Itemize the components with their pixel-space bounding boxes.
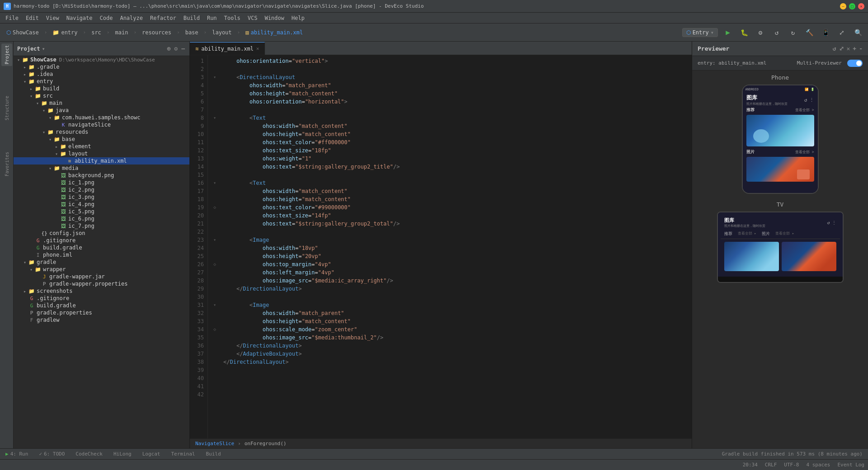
- tree-item-wrapper[interactable]: ▾ 📁 wrapper: [14, 266, 189, 273]
- tree-item-ic3[interactable]: 🖼 ic_3.png: [14, 193, 189, 201]
- favorites-icon[interactable]: Favorites: [1, 150, 12, 178]
- tree-item-media[interactable]: ▾ 📁 media: [14, 164, 189, 172]
- tree-item-main[interactable]: ▾ 📁 main: [14, 99, 189, 107]
- tree-item-layout[interactable]: ▾ 📁 layout: [14, 150, 189, 157]
- menu-item-code[interactable]: Code: [96, 14, 117, 22]
- tree-item-build[interactable]: ▸ 📁 build: [14, 85, 189, 92]
- editor-tab-ability-main[interactable]: ≋ ability_main.xml ✕: [190, 42, 265, 55]
- collapse-icon[interactable]: —: [180, 44, 186, 53]
- tree-item-screenshots[interactable]: ▸ 📁 screenshots: [14, 287, 189, 295]
- tree-item-showcase[interactable]: ▾ 📁 ShowCase D:\workspace\Hamony\HDC\Sho…: [14, 56, 189, 63]
- menu-item-navigate[interactable]: Navigate: [63, 14, 96, 22]
- breadcrumb-layout[interactable]: layout: [209, 28, 234, 37]
- menu-item-window[interactable]: Window: [261, 14, 288, 22]
- tab-run[interactable]: ▶ 4: Run: [0, 450, 33, 458]
- search-button[interactable]: 🔍: [852, 26, 864, 39]
- tree-item-com[interactable]: ▾ 📁 com.huawei.samples.showc: [14, 114, 189, 121]
- tree-item-build-gradle2[interactable]: G build.gradle: [14, 302, 189, 309]
- tree-item-config[interactable]: {} config.json: [14, 230, 189, 237]
- forward-button[interactable]: ↻: [787, 26, 799, 39]
- tree-item-gradle-properties[interactable]: P gradle.properties: [14, 309, 189, 316]
- menu-item-analyze[interactable]: Analyze: [116, 14, 146, 22]
- tree-item-idea[interactable]: ▸ 📁 .idea: [14, 70, 189, 78]
- breadcrumb-src[interactable]: src: [89, 28, 104, 37]
- menu-item-file[interactable]: File: [2, 14, 22, 22]
- tree-item-gradle-folder[interactable]: ▾ 📁 gradle: [14, 258, 189, 266]
- settings-icon[interactable]: ⚙: [173, 44, 179, 53]
- breadcrumb-base[interactable]: base: [183, 28, 201, 37]
- close-prev-icon[interactable]: ✕: [847, 45, 850, 52]
- status-indent[interactable]: 4 spaces: [806, 462, 830, 468]
- tab-terminal[interactable]: Terminal: [165, 450, 200, 458]
- tab-todo[interactable]: ✓ 6: TODO: [33, 450, 70, 458]
- menu-item-run[interactable]: Run: [203, 14, 221, 22]
- tree-item-build-gradle[interactable]: G build.gradle: [14, 244, 189, 251]
- tree-item-gitignore[interactable]: G .gitignore: [14, 237, 189, 244]
- tree-item-ic2[interactable]: 🖼 ic_2.png: [14, 186, 189, 193]
- breadcrumb-main[interactable]: main: [112, 28, 131, 37]
- close-button[interactable]: ✕: [858, 3, 864, 9]
- tree-item-navigateslice[interactable]: K navigateSlice: [14, 121, 189, 128]
- breadcrumb-file[interactable]: ▤ ability_main.xml: [243, 28, 306, 37]
- tab-hilong[interactable]: HiLong: [108, 450, 137, 458]
- menu-item-build[interactable]: Build: [180, 14, 203, 22]
- tree-item-ic6[interactable]: 🖼 ic_6.png: [14, 215, 189, 222]
- build-button[interactable]: 🔨: [803, 26, 816, 39]
- tab-codecheck[interactable]: CodeCheck: [70, 450, 108, 458]
- zoom-out-icon[interactable]: -: [859, 45, 863, 52]
- tree-item-ic5[interactable]: 🖼 ic_5.png: [14, 208, 189, 215]
- tree-item-entry[interactable]: ▾ 📁 entry: [14, 78, 189, 85]
- minimize-button[interactable]: —: [840, 3, 846, 9]
- multi-prev-toggle[interactable]: [847, 60, 863, 67]
- tree-item-ic7[interactable]: 🖼 ic_7.png: [14, 222, 189, 230]
- tree-item-element[interactable]: ▸ 📁 element: [14, 143, 189, 150]
- tree-item-gradle[interactable]: ▸ 📁 .gradle: [14, 63, 189, 70]
- tree-item-ic1[interactable]: 🖼 ic_1.png: [14, 179, 189, 186]
- structure-icon[interactable]: Structure: [1, 94, 12, 122]
- refresh-icon[interactable]: ↺: [833, 45, 836, 52]
- debug-button[interactable]: 🐛: [738, 26, 750, 39]
- status-time[interactable]: 20:34: [743, 462, 758, 468]
- tree-item-ic4[interactable]: 🖼 ic_4.png: [14, 201, 189, 208]
- run-button[interactable]: ▶: [722, 26, 734, 39]
- event-log-button[interactable]: Event Log: [837, 462, 864, 468]
- breadcrumb-resources[interactable]: resources: [139, 28, 174, 37]
- tab-build[interactable]: Build: [200, 450, 226, 458]
- tree-item-src[interactable]: ▾ 📁 src: [14, 92, 189, 99]
- code-editor[interactable]: ohos:orientation="vertical"> ▾ <Directio…: [208, 55, 692, 438]
- locate-icon[interactable]: ⊕: [166, 44, 172, 53]
- tree-item-gradle-jar[interactable]: J gradle-wapper.jar: [14, 273, 189, 280]
- breadcrumb-on-foreground[interactable]: onForeground(): [245, 441, 287, 446]
- entry-selector[interactable]: ⬡ Entry ▾: [682, 28, 718, 37]
- tree-item-phone-iml[interactable]: I phone.iml: [14, 251, 189, 258]
- menu-item-refactor[interactable]: Refactor: [146, 14, 180, 22]
- menu-item-vcs[interactable]: VCS: [244, 14, 261, 22]
- menu-item-view[interactable]: View: [42, 14, 63, 22]
- expand-button[interactable]: ⤢: [835, 26, 848, 39]
- status-encoding[interactable]: CRLF: [765, 462, 777, 468]
- tree-item-java[interactable]: ▾ 📁 java: [14, 107, 189, 114]
- breadcrumb-showcase[interactable]: ⬡ ShowCase: [4, 28, 42, 37]
- tree-item-resources[interactable]: ▾ 📁 resourceds: [14, 128, 189, 136]
- zoom-in-icon[interactable]: +: [853, 45, 856, 52]
- tab-logcat[interactable]: Logcat: [137, 450, 166, 458]
- tree-item-background[interactable]: 🖼 background.png: [14, 172, 189, 179]
- tab-close-icon[interactable]: ✕: [256, 46, 259, 52]
- tree-item-gitignore2[interactable]: G .gitignore: [14, 295, 189, 302]
- maximize-button[interactable]: □: [849, 3, 855, 9]
- maximize-icon[interactable]: ⤢: [839, 45, 844, 52]
- menu-item-help[interactable]: Help: [288, 14, 308, 22]
- tree-item-gradlew[interactable]: F gradlew: [14, 316, 189, 324]
- menu-item-edit[interactable]: Edit: [22, 14, 42, 22]
- settings-button[interactable]: ⚙: [754, 26, 767, 39]
- tree-item-ability-main-xml[interactable]: ≋ ability_main.xml: [14, 157, 189, 164]
- device-button[interactable]: 📱: [819, 26, 832, 39]
- tree-item-base[interactable]: ▾ 📁 base: [14, 136, 189, 143]
- tree-item-gradle-props[interactable]: P gradle-wapper.properties: [14, 280, 189, 287]
- breadcrumb-entry[interactable]: 📁 entry: [50, 28, 80, 37]
- status-charset[interactable]: UTF-8: [784, 462, 799, 468]
- breadcrumb-nav-slice[interactable]: NavigateSlice: [195, 441, 234, 446]
- project-icon[interactable]: Project: [1, 43, 12, 66]
- back-button[interactable]: ↺: [770, 26, 783, 39]
- menu-item-tools[interactable]: Tools: [221, 14, 244, 22]
